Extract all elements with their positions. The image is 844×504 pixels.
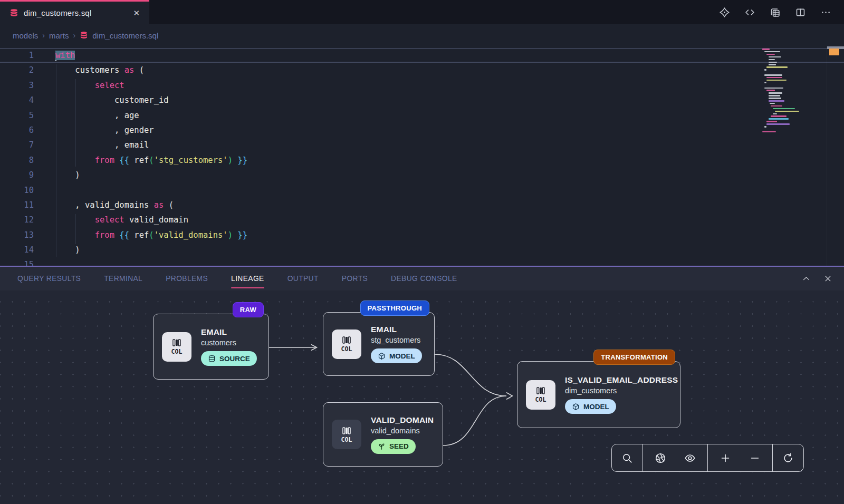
code-text: customer_id	[34, 93, 169, 108]
tab-close-icon[interactable]: ✕	[131, 7, 142, 19]
panel-tab-debug-console[interactable]: DEBUG CONSOLE	[391, 273, 457, 285]
line-number: 12	[0, 212, 34, 227]
code-line[interactable]: 4 customer_id	[0, 93, 844, 108]
more-actions-icon[interactable]	[820, 7, 831, 18]
panel-tabs: QUERY RESULTSTERMINALPROBLEMSLINEAGEOUTP…	[17, 273, 457, 285]
dbt-icon[interactable]	[719, 7, 730, 18]
model-name: stg_customers	[371, 336, 422, 344]
lineage-node-stg_customers[interactable]: PASSTHROUGHCOLEMAILstg_customersMODEL	[323, 312, 435, 376]
node-type-badge: SOURCE	[201, 351, 257, 366]
collapse-icon[interactable]	[802, 274, 811, 283]
code-line[interactable]: 8 from {{ ref('stg_customers') }}	[0, 153, 844, 168]
breadcrumb-file[interactable]: dim_customers.sql	[92, 31, 158, 40]
code-line[interactable]: 11 , valid_domains as (	[0, 198, 844, 212]
lineage-status-badge: PASSTHROUGH	[360, 301, 429, 316]
code-text: )	[34, 168, 80, 182]
editor-tab-dim-customers[interactable]: dim_customers.sql ✕	[0, 0, 149, 24]
lineage-toolbar	[611, 444, 804, 472]
aperture-button[interactable]	[649, 444, 672, 471]
zoom-out-icon	[749, 452, 761, 464]
search-icon	[621, 452, 633, 464]
close-icon[interactable]	[823, 274, 832, 283]
panel-header: QUERY RESULTSTERMINALPROBLEMSLINEAGEOUTP…	[0, 267, 844, 290]
panel-action-bar	[802, 274, 844, 283]
code-line[interactable]: 3 select	[0, 78, 844, 93]
line-number: 5	[0, 108, 34, 123]
ruler-selection-marker	[829, 49, 839, 55]
column-icon: COL	[162, 332, 191, 362]
split-editor-icon[interactable]	[795, 7, 806, 18]
lineage-node-dim_customers[interactable]: TRANSFORMATIONCOLIS_VALID_EMAIL_ADDRESSd…	[517, 361, 680, 428]
line-number: 3	[0, 78, 34, 93]
code-line[interactable]: 15	[0, 257, 844, 266]
code-line[interactable]: 14 )	[0, 243, 844, 257]
breadcrumb-separator: ›	[73, 31, 76, 40]
line-number: 11	[0, 198, 34, 212]
panel-tab-query-results[interactable]: QUERY RESULTS	[17, 273, 81, 285]
editor-action-bar	[719, 0, 844, 24]
refresh-icon	[782, 452, 794, 464]
cube-icon	[378, 352, 386, 360]
code-icon[interactable]	[744, 7, 755, 18]
code-line[interactable]: 9 )	[0, 168, 844, 182]
col-icon	[535, 386, 546, 395]
code-line[interactable]: 5 , age	[0, 108, 844, 123]
code-line[interactable]: 7 , email	[0, 138, 844, 152]
line-number: 14	[0, 243, 34, 257]
col-icon	[341, 426, 352, 435]
node-type-badge: MODEL	[565, 399, 616, 414]
code-line[interactable]: 6 , gender	[0, 123, 844, 138]
code-text: , valid_domains as (	[34, 198, 174, 212]
breadcrumb-marts[interactable]: marts	[49, 31, 69, 40]
eye-button[interactable]	[678, 444, 702, 471]
panel-tab-problems[interactable]: PROBLEMS	[166, 273, 208, 285]
overview-ruler[interactable]	[827, 46, 844, 266]
code-line[interactable]: 13 from {{ ref('valid_domains') }}	[0, 228, 844, 243]
line-number: 8	[0, 153, 34, 168]
model-name: valid_domains	[371, 427, 434, 435]
breadcrumb-models[interactable]: models	[13, 31, 38, 40]
code-line[interactable]: 2 customers as (	[0, 63, 844, 77]
column-icon: COL	[526, 380, 555, 410]
breadcrumb-separator: ›	[42, 31, 45, 40]
tab-title: dim_customers.sql	[24, 8, 126, 17]
code-line[interactable]: 1with	[0, 48, 844, 63]
panel-tab-output[interactable]: OUTPUT	[287, 273, 319, 285]
node-type-badge: MODEL	[371, 348, 422, 363]
code-text: , email	[34, 138, 149, 152]
minimap[interactable]	[762, 49, 815, 138]
lineage-canvas[interactable]: RAWCOLEMAILcustomersSOURCEPASSTHROUGHCOL…	[0, 290, 844, 504]
editor: models › marts › dim_customers.sql 1with…	[0, 24, 844, 266]
bottom-panel: QUERY RESULTSTERMINALPROBLEMSLINEAGEOUTP…	[0, 266, 844, 504]
column-icon: COL	[332, 329, 361, 359]
database-icon	[9, 8, 18, 17]
lineage-node-customers[interactable]: RAWCOLEMAILcustomersSOURCE	[153, 314, 269, 380]
eye-icon	[684, 452, 696, 464]
panel-tab-ports[interactable]: PORTS	[342, 273, 368, 285]
code-text: , gender	[34, 123, 154, 138]
breadcrumb: models › marts › dim_customers.sql	[0, 24, 844, 46]
indent-guide	[56, 64, 56, 257]
lineage-node-valid_domains[interactable]: COLVALID_DOMAINvalid_domainsSEED	[323, 402, 443, 467]
code-text	[34, 257, 55, 266]
code-text: with	[34, 48, 75, 63]
query-results-icon[interactable]	[770, 7, 781, 18]
toolbar-group	[707, 444, 772, 471]
zoom-out-button[interactable]	[743, 444, 766, 471]
zoom-in-button[interactable]	[714, 444, 737, 471]
indent-guide	[75, 214, 76, 244]
model-name: customers	[201, 338, 257, 347]
code-line[interactable]: 12 select valid_domain	[0, 212, 844, 227]
toolbar-group	[612, 444, 642, 471]
code-text	[34, 183, 55, 198]
code-text: from {{ ref('stg_customers') }}	[34, 153, 247, 168]
panel-tab-lineage[interactable]: LINEAGE	[231, 273, 264, 285]
code-text: customers as (	[34, 63, 144, 77]
panel-tab-terminal[interactable]: TERMINAL	[104, 273, 142, 285]
line-number: 10	[0, 183, 34, 198]
search-button[interactable]	[616, 444, 639, 471]
toolbar-group	[772, 444, 803, 471]
refresh-button[interactable]	[776, 444, 800, 471]
code-line[interactable]: 10	[0, 183, 844, 198]
code-editor[interactable]: 1with2 customers as (3 select4 customer_…	[0, 46, 844, 266]
